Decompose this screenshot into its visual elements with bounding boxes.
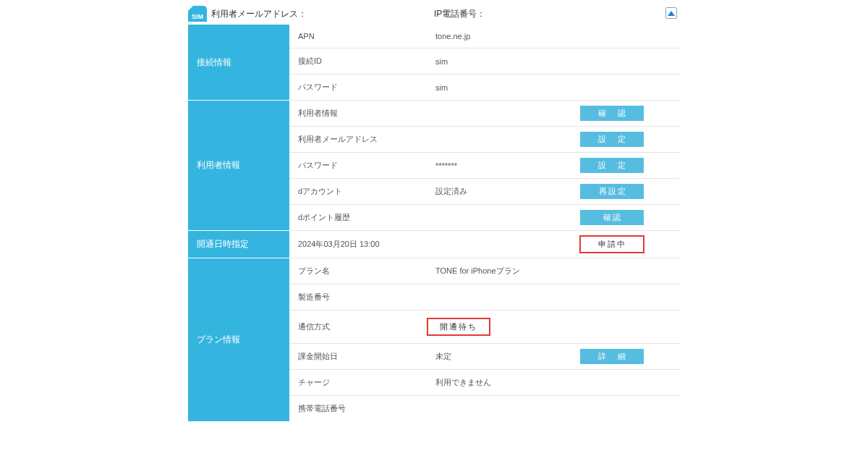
dpoint-confirm-button[interactable]: 確認 (580, 210, 644, 225)
header-bar: SIM 利用者メールアドレス： IP電話番号： (188, 3, 680, 25)
charge-value: 利用できません (427, 370, 680, 396)
apn-value: tone.ne.jp (427, 25, 680, 48)
user-email-value (427, 127, 557, 153)
billing-start-label: 課金開始日 (289, 344, 427, 370)
conn-pw-value: sim (427, 75, 680, 101)
mobile-phone-label: 携帯電話番号 (289, 396, 427, 422)
details-table: 接続情報 APN tone.ne.jp 接続ID sim パスワード sim 利… (188, 25, 680, 421)
conn-id-label: 接続ID (289, 48, 427, 75)
dpoint-label: dポイント履歴 (289, 205, 427, 231)
sim-icon: SIM (188, 6, 207, 22)
comm-type-label: 通信方式 (289, 311, 427, 344)
user-info-label: 利用者情報 (289, 101, 427, 127)
serial-label: 製造番号 (289, 284, 427, 311)
conn-id-value: sim (427, 48, 680, 75)
comm-type-value: 開通待ち (427, 311, 680, 344)
user-pw-set-button[interactable]: 設 定 (580, 158, 644, 173)
billing-start-value: 未定 (427, 344, 557, 370)
user-email-row-label: 利用者メールアドレス (289, 127, 427, 153)
plan-name-label: プラン名 (289, 258, 427, 284)
opening-datetime: 2024年03月20日 13:00 (289, 231, 557, 258)
user-pw-value: ******* (427, 153, 557, 179)
apn-label: APN (289, 25, 427, 48)
daccount-reset-button[interactable]: 再設定 (580, 184, 644, 199)
opening-status: 申請中 (579, 235, 644, 253)
daccount-value: 設定済み (427, 179, 557, 205)
plan-name-value: TONE for iPhoneプラン (427, 258, 680, 284)
section-plan: プラン情報 (188, 258, 289, 422)
user-email-set-button[interactable]: 設 定 (580, 132, 644, 147)
ip-phone-label: IP電話番号： (434, 8, 485, 20)
section-connection: 接続情報 (188, 25, 289, 101)
comm-status: 開通待ち (427, 318, 490, 336)
chevron-up-icon (668, 11, 675, 16)
section-user: 利用者情報 (188, 101, 289, 231)
mobile-phone-value (427, 396, 680, 422)
user-info-value (427, 101, 557, 127)
user-pw-label: パスワード (289, 153, 427, 179)
conn-pw-label: パスワード (289, 75, 427, 101)
dpoint-value (427, 205, 557, 231)
user-info-confirm-button[interactable]: 確 認 (580, 106, 644, 121)
section-opening: 開通日時指定 (188, 231, 289, 258)
user-email-label: 利用者メールアドレス： (211, 8, 307, 20)
billing-detail-button[interactable]: 詳 細 (580, 349, 644, 364)
charge-label: チャージ (289, 370, 427, 396)
collapse-toggle[interactable] (665, 7, 677, 19)
daccount-label: dアカウント (289, 179, 427, 205)
serial-value (427, 284, 680, 311)
